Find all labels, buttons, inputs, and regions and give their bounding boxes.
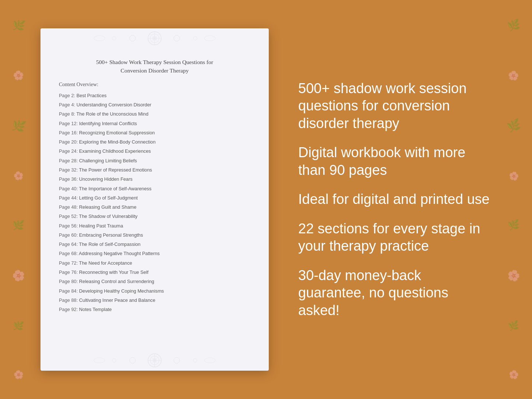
main-content: 500+ Shadow Work Therapy Session Questio… xyxy=(0,0,532,399)
feature-text-5: 30-day money-back guarantee, no question… xyxy=(298,267,492,319)
toc-item: Page 92: Notes Template xyxy=(59,305,250,314)
toc-item: Page 84: Developing Healthy Coping Mecha… xyxy=(59,286,250,295)
svg-point-25 xyxy=(204,358,215,363)
toc-item: Page 20: Exploring the Mind-Body Connect… xyxy=(59,138,250,146)
toc-item: Page 16: Recognizing Emotional Suppressi… xyxy=(59,128,250,137)
toc-item: Page 48: Releasing Guilt and Shame xyxy=(59,203,250,212)
toc-item: Page 60: Embracing Personal Strengths xyxy=(59,231,250,240)
toc-item: Page 52: The Shadow of Vulnerability xyxy=(59,212,250,221)
toc-item: Page 2: Best Practices xyxy=(59,91,250,100)
doc-top-decoration xyxy=(40,28,269,49)
svg-point-8 xyxy=(174,35,180,41)
feature-text-2: Digital workbook with more than 90 pages xyxy=(298,144,492,179)
toc-item: Page 4: Understanding Conversion Disorde… xyxy=(59,100,250,109)
svg-point-22 xyxy=(112,359,116,362)
feature-text-3: Ideal for digital and printed use xyxy=(298,191,492,208)
toc-item: Page 40: The Importance of Self-Awarenes… xyxy=(59,184,250,193)
toc-item: Page 32: The Power of Repressed Emotions xyxy=(59,166,250,174)
doc-bottom-decoration xyxy=(40,350,269,371)
toc-item: Page 36: Uncovering Hidden Fears xyxy=(59,175,250,184)
toc-item: Page 80: Releasing Control and Surrender… xyxy=(59,277,250,286)
toc-item: Page 88: Cultivating Inner Peace and Bal… xyxy=(59,296,250,305)
svg-point-20 xyxy=(130,357,135,363)
table-of-contents: Page 2: Best PracticesPage 4: Understand… xyxy=(59,91,250,314)
toc-item: Page 24: Examining Childhood Experiences xyxy=(59,147,250,156)
toc-item: Page 56: Healing Past Trauma xyxy=(59,221,250,230)
svg-point-9 xyxy=(112,36,116,40)
toc-item: Page 44: Letting Go of Self-Judgment xyxy=(59,194,250,202)
features-panel: 500+ shadow work session questions for c… xyxy=(291,80,492,319)
toc-item: Page 28: Challenging Limiting Beliefs xyxy=(59,156,250,165)
svg-point-23 xyxy=(193,359,197,362)
svg-point-10 xyxy=(193,36,197,40)
toc-item: Page 64: The Role of Self-Compassion xyxy=(59,240,250,249)
doc-title: 500+ Shadow Work Therapy Session Questio… xyxy=(59,58,250,75)
svg-point-24 xyxy=(94,358,105,363)
svg-point-12 xyxy=(204,36,215,41)
toc-item: Page 76: Reconnecting with Your True Sel… xyxy=(59,268,250,277)
content-overview-label: Content Overview: xyxy=(59,82,250,88)
svg-point-11 xyxy=(94,36,105,41)
toc-item: Page 68: Addressing Negative Thought Pat… xyxy=(59,249,250,258)
feature-text-1: 500+ shadow work session questions for c… xyxy=(298,80,492,133)
document-card: 500+ Shadow Work Therapy Session Questio… xyxy=(40,28,269,371)
svg-point-7 xyxy=(130,35,135,41)
toc-item: Page 8: The Role of the Unconscious Mind xyxy=(59,110,250,119)
toc-item: Page 72: The Need for Acceptance xyxy=(59,259,250,268)
feature-text-4: 22 sections for every stage in your ther… xyxy=(298,220,492,255)
toc-item: Page 12: Identifying Internal Conflicts xyxy=(59,119,250,128)
svg-point-21 xyxy=(174,357,180,363)
